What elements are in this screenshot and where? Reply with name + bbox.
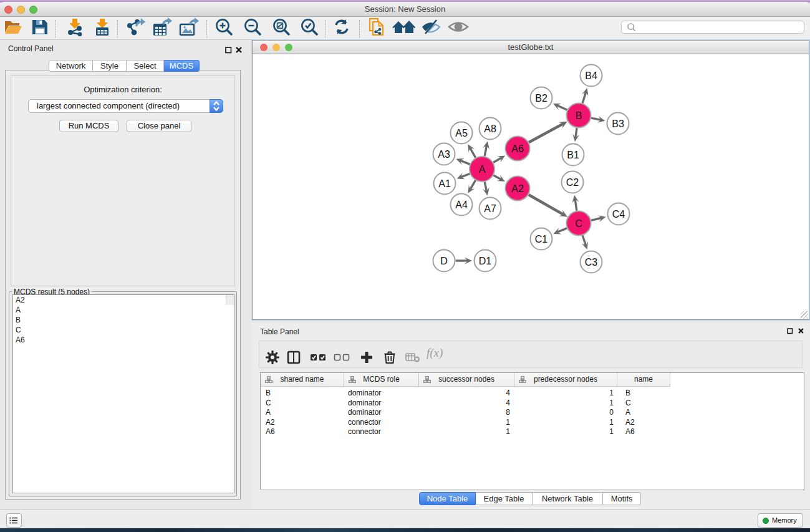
- svg-text:D: D: [440, 256, 448, 266]
- svg-text:D1: D1: [479, 256, 492, 266]
- svg-text:B1: B1: [567, 150, 579, 160]
- svg-text:A1: A1: [438, 178, 451, 189]
- svg-text:C2: C2: [566, 177, 579, 188]
- svg-text:B3: B3: [612, 118, 624, 129]
- svg-text:A7: A7: [484, 203, 496, 214]
- svg-text:A4: A4: [455, 200, 468, 210]
- svg-text:A3: A3: [438, 149, 450, 160]
- svg-text:C: C: [575, 218, 582, 229]
- svg-text:A: A: [479, 164, 486, 175]
- svg-text:B4: B4: [585, 70, 597, 81]
- svg-text:B: B: [576, 110, 582, 121]
- svg-text:B2: B2: [535, 93, 547, 104]
- svg-text:A2: A2: [511, 183, 524, 194]
- svg-text:A8: A8: [484, 123, 496, 134]
- svg-text:A6: A6: [511, 143, 524, 154]
- svg-text:A5: A5: [455, 128, 468, 138]
- svg-text:C3: C3: [585, 257, 598, 268]
- svg-text:C1: C1: [535, 234, 548, 244]
- svg-text:C4: C4: [612, 209, 625, 220]
